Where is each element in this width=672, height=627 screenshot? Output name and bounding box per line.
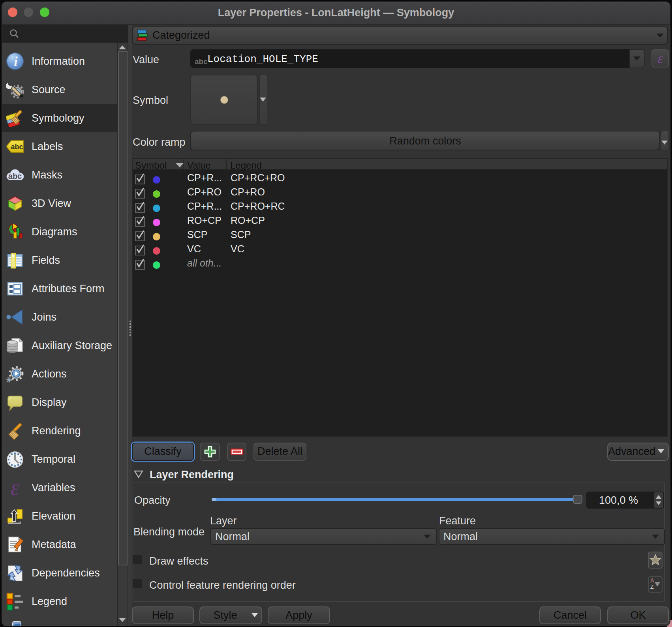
svg-text:ε: ε bbox=[11, 479, 20, 497]
svg-text:abc: abc bbox=[11, 143, 23, 151]
svg-text:i: i bbox=[14, 54, 18, 69]
svg-text:abc: abc bbox=[8, 172, 22, 180]
